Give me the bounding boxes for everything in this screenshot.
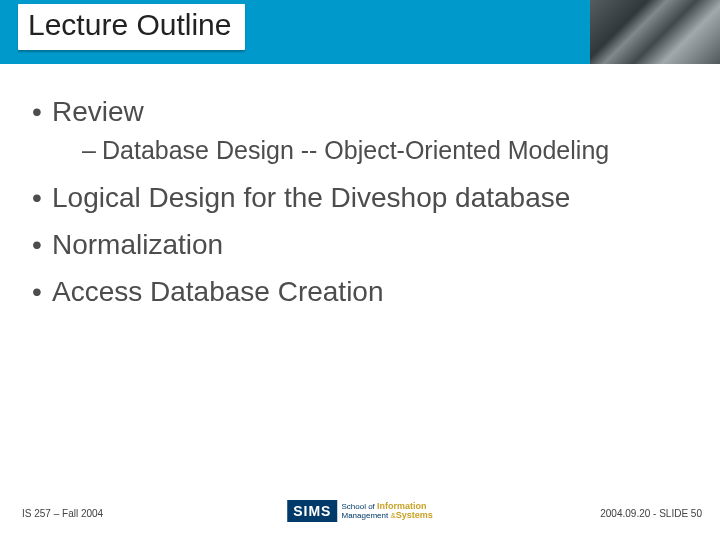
logo-line: Management	[341, 511, 390, 520]
slide-content: Review Database Design -- Object-Oriente…	[0, 64, 720, 309]
bullet-item: Access Database Creation	[28, 274, 692, 309]
sims-logo-block: SIMS	[287, 500, 337, 522]
title-box: Lecture Outline	[18, 4, 245, 50]
bullet-text: Review	[52, 96, 144, 127]
header-decorative-image	[590, 0, 720, 64]
footer-right-text: 2004.09.20 - SLIDE 50	[600, 508, 702, 519]
footer-logo: SIMS School of Information Management &S…	[287, 500, 433, 522]
logo-line: School of	[341, 502, 377, 511]
slide-footer: IS 257 – Fall 2004 SIMS School of Inform…	[0, 498, 720, 528]
slide-header: Lecture Outline	[0, 0, 720, 64]
bullet-item: Review Database Design -- Object-Oriente…	[28, 94, 692, 166]
sub-bullet-item: Database Design -- Object-Oriented Model…	[82, 135, 692, 166]
footer-left-text: IS 257 – Fall 2004	[22, 508, 103, 519]
sub-bullet-text: Database Design -- Object-Oriented Model…	[102, 136, 609, 164]
sims-logo-text: School of Information Management &System…	[341, 502, 432, 520]
logo-line: Systems	[396, 510, 433, 520]
bullet-text: Normalization	[52, 229, 223, 260]
bullet-text: Access Database Creation	[52, 276, 384, 307]
bullet-item: Logical Design for the Diveshop database	[28, 180, 692, 215]
bullet-text: Logical Design for the Diveshop database	[52, 182, 570, 213]
bullet-item: Normalization	[28, 227, 692, 262]
slide-title: Lecture Outline	[28, 8, 231, 41]
